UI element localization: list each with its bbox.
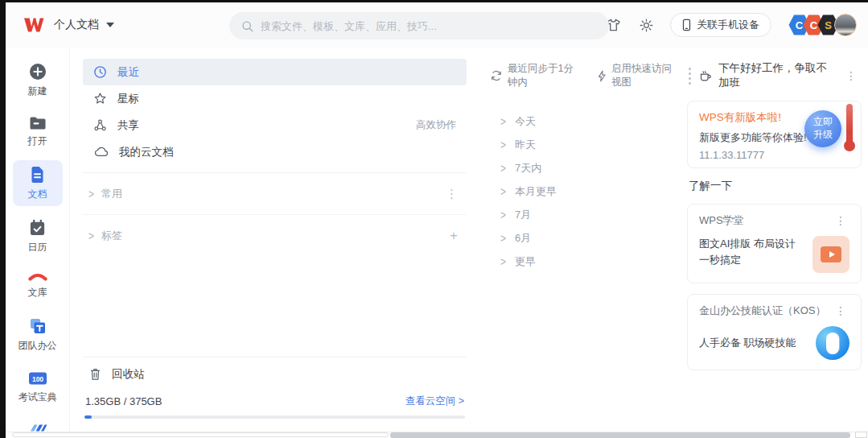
sync-icon	[490, 69, 503, 82]
team-office-icon	[29, 317, 47, 335]
group-row-common[interactable]: > 常用 ⋮	[83, 180, 467, 207]
file-list-area: 最近同步于1分钟内 启用快速访问视图 > 今天 > 昨天	[478, 48, 679, 432]
date-group-label: 昨天	[515, 138, 536, 152]
greeting-label: 下午好好工作，争取不加班	[718, 61, 836, 90]
sidebar-item-exam[interactable]: 100 考试宝典	[13, 365, 63, 409]
trash-icon	[89, 367, 101, 381]
more-icon[interactable]: ⋮	[832, 214, 849, 227]
date-group-list: > 今天 > 昨天 > 7天内 > 本月更早 > 7月	[490, 110, 679, 273]
promo-card-title: WPS学堂	[699, 213, 744, 228]
storage-progress-bar	[84, 415, 465, 419]
group-label: 常用	[101, 187, 122, 201]
sidebar-item-open[interactable]: 打开	[13, 110, 63, 153]
chevron-right-icon: >	[500, 208, 506, 221]
panel-collapse-handle[interactable]	[689, 68, 691, 85]
scrollbar-thumb[interactable]	[390, 432, 850, 438]
search-icon	[241, 20, 253, 32]
sidebar-item-label: 新建	[28, 85, 47, 98]
quick-view-toggle[interactable]: 启用快速访问视图	[598, 62, 679, 89]
chevron-right-icon: >	[500, 254, 506, 267]
wps-logo[interactable]	[22, 15, 47, 35]
connect-phone-label: 关联手机设备	[697, 18, 759, 32]
exam-100-icon: 100	[28, 370, 47, 386]
chevron-down-icon	[106, 23, 114, 27]
upgrade-button-line1: 立即	[813, 116, 833, 129]
sidebar-item-new[interactable]: 新建	[13, 57, 63, 103]
sidebar-item-calendar[interactable]: 日历	[13, 213, 63, 259]
chevron-right-icon: >	[500, 161, 506, 174]
upgrade-now-button[interactable]: 立即 升级	[804, 110, 841, 147]
add-tag-icon[interactable]: +	[446, 228, 461, 244]
shared-hint-label: 高效协作	[416, 118, 456, 132]
upgrade-version: 11.1.33.11777	[699, 149, 849, 161]
more-icon[interactable]: ⋮	[442, 187, 461, 201]
sidebar-item-library[interactable]: 文库	[13, 267, 63, 304]
nav-item-starred[interactable]: 星标	[83, 85, 467, 112]
nav-item-shared[interactable]: 共享 高效协作	[83, 112, 467, 138]
chevron-right-icon: >	[88, 187, 94, 200]
cloud-icon	[93, 146, 109, 158]
chevron-right-icon: >	[500, 231, 506, 244]
sync-status-label: 最近同步于1分钟内	[508, 62, 579, 89]
more-icon[interactable]: ⋮	[842, 69, 860, 82]
nav-item-recent[interactable]: 最近	[83, 59, 467, 85]
calendar-check-icon	[29, 219, 46, 237]
share-nodes-icon	[93, 118, 107, 132]
upgrade-button-line2: 升级	[813, 129, 833, 142]
date-group-label: 7天内	[515, 161, 541, 176]
chevron-right-icon: >	[500, 114, 506, 127]
sidebar-item-docs[interactable]: 文档	[13, 160, 63, 206]
date-group-7days[interactable]: > 7天内	[490, 156, 679, 180]
group-row-tags[interactable]: > 标签 +	[83, 222, 467, 249]
user-avatar[interactable]	[834, 14, 857, 36]
divider	[83, 172, 467, 173]
plus-circle-icon	[29, 63, 47, 81]
date-group-today[interactable]: > 今天	[490, 110, 679, 133]
nav-item-label: 我的云文档	[119, 145, 174, 159]
greeting-row: 下午好好工作，争取不加班 ⋮	[679, 60, 863, 101]
date-group-older[interactable]: > 更早	[490, 250, 679, 273]
chevron-right-icon: >	[500, 184, 506, 197]
member-badges: C C S	[788, 14, 857, 36]
date-group-earlier-month[interactable]: > 本月更早	[490, 180, 679, 203]
date-group-yesterday[interactable]: > 昨天	[490, 133, 679, 156]
promo-card-kos[interactable]: 金山办公技能认证（KOS） ⋮ 人手必备 职场硬技能	[687, 294, 862, 370]
search-bar[interactable]	[229, 12, 609, 39]
search-input[interactable]	[261, 20, 597, 32]
right-panel: 下午好好工作，争取不加班 ⋮ WPS有新版本啦! 新版更多功能等你体验! 11.…	[679, 48, 868, 432]
date-group-july[interactable]: > 7月	[490, 203, 679, 226]
video-thumbnail-icon[interactable]	[812, 236, 849, 273]
folder-icon	[29, 116, 47, 130]
sidebar-item-label: 日历	[28, 241, 47, 254]
sync-status[interactable]: 最近同步于1分钟内	[490, 62, 579, 89]
date-group-label: 今天	[515, 114, 536, 129]
nav-item-trash[interactable]: 回收站	[83, 361, 467, 387]
upgrade-card: WPS有新版本啦! 新版更多功能等你体验! 11.1.33.11777 立即 升…	[687, 101, 862, 168]
scrollbar-corner	[855, 432, 867, 438]
clock-icon	[93, 65, 107, 79]
lightning-icon	[598, 70, 607, 82]
upgrade-desc: 新版更多功能等你体验!	[699, 130, 812, 145]
app-sidebar: 新建 打开 文档 日历	[6, 48, 70, 432]
nav-item-label: 共享	[117, 118, 139, 133]
sidebar-item-team[interactable]: 团队办公	[13, 312, 63, 357]
coffee-cup-icon	[699, 70, 712, 82]
divider	[83, 214, 467, 215]
promo-card-academy[interactable]: WPS学堂 ⋮ 图文AI排版 布局设计一秒搞定	[687, 204, 862, 283]
chevron-right-icon: >	[88, 229, 94, 242]
connect-phone-button[interactable]: 关联手机设备	[670, 13, 771, 37]
settings-gear-icon[interactable]	[637, 16, 655, 34]
workspace-switcher[interactable]: 个人文档	[54, 18, 114, 32]
sidebar-item-label: 打开	[28, 134, 47, 148]
storage-progress-fill	[84, 415, 92, 419]
more-icon[interactable]: ⋮	[832, 304, 849, 317]
scrollbar-thumb[interactable]	[12, 432, 389, 437]
date-group-june[interactable]: > 6月	[490, 226, 679, 250]
nav-item-cloud-docs[interactable]: 我的云文档	[83, 138, 467, 165]
date-group-label: 6月	[515, 231, 531, 246]
storage-usage-label: 1.35GB / 375GB	[85, 395, 162, 407]
promo-card-desc: 人手必备 职场硬技能	[699, 335, 805, 351]
horizontal-scrollbar[interactable]	[6, 432, 868, 438]
body: 新建 打开 文档 日历	[6, 48, 868, 432]
view-cloud-space-link[interactable]: 查看云空间 >	[405, 395, 464, 408]
